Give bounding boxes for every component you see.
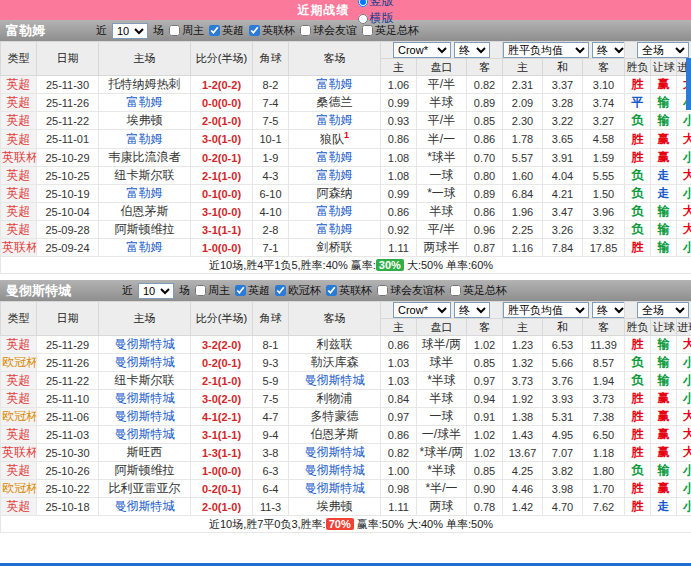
filter-checkbox-input[interactable]: [275, 285, 286, 296]
home-team[interactable]: 曼彻斯特城: [99, 336, 191, 354]
match-score[interactable]: 0-2(0-1): [191, 480, 253, 498]
away-team[interactable]: 曼彻斯特城: [289, 444, 381, 462]
home-team[interactable]: 曼彻斯特城: [99, 390, 191, 408]
filter-checkbox-input[interactable]: [235, 285, 246, 296]
match-score[interactable]: 3-1(1-1): [191, 426, 253, 444]
away-team[interactable]: 多特蒙德: [289, 408, 381, 426]
scrollbar-thumb[interactable]: [686, 58, 691, 110]
filter-checkbox-input[interactable]: [249, 25, 260, 36]
match-score[interactable]: 4-1(2-1): [191, 408, 253, 426]
home-team[interactable]: 阿斯顿维拉: [99, 221, 191, 239]
avg-stage-select[interactable]: 终: [592, 302, 624, 318]
filter-checkbox-英联杯[interactable]: 英联杯: [326, 283, 372, 298]
match-score[interactable]: 3-0(1-0): [191, 130, 253, 149]
away-team[interactable]: 剑桥联: [289, 239, 381, 257]
home-team[interactable]: 托特纳姆热刺: [99, 76, 191, 94]
odds-stage-select[interactable]: 终: [454, 302, 490, 318]
away-team[interactable]: 伯恩茅斯: [289, 426, 381, 444]
match-score[interactable]: 3-2(2-0): [191, 336, 253, 354]
home-team[interactable]: 纽卡斯尔联: [99, 372, 191, 390]
home-team[interactable]: 韦康比流浪者: [99, 149, 191, 167]
match-score[interactable]: 0-0(0-0): [191, 94, 253, 112]
away-team[interactable]: 富勒姆: [289, 112, 381, 130]
match-score[interactable]: 2-1(1-0): [191, 372, 253, 390]
match-score[interactable]: 1-0(0-0): [191, 239, 253, 257]
layout-radio-input[interactable]: [358, 14, 368, 24]
bookmaker-select[interactable]: Crow*: [393, 42, 451, 58]
home-team[interactable]: 富勒姆: [99, 239, 191, 257]
home-team[interactable]: 曼彻斯特城: [99, 498, 191, 516]
away-team[interactable]: 利物浦: [289, 390, 381, 408]
home-team[interactable]: 纽卡斯尔联: [99, 167, 191, 185]
avg-odds-select[interactable]: 胜平负均值: [503, 42, 589, 58]
avg-odds-select[interactable]: 胜平负均值: [503, 302, 589, 318]
away-team[interactable]: 勒沃库森: [289, 354, 381, 372]
filter-checkbox-周主[interactable]: 周主: [195, 283, 230, 298]
match-score[interactable]: 0-2(0-1): [191, 149, 253, 167]
scope-select[interactable]: 全场: [637, 42, 689, 58]
away-team[interactable]: 阿森纳: [289, 185, 381, 203]
match-score[interactable]: 0-1(0-0): [191, 185, 253, 203]
filter-checkbox-球会友谊杯[interactable]: 球会友谊杯: [377, 283, 445, 298]
filter-checkbox-input[interactable]: [300, 25, 311, 36]
away-team[interactable]: 曼彻斯特城: [289, 462, 381, 480]
match-score[interactable]: 0-2(0-1): [191, 354, 253, 372]
filter-checkbox-欧冠杯[interactable]: 欧冠杯: [275, 283, 321, 298]
away-team[interactable]: 富勒姆: [289, 149, 381, 167]
away-team[interactable]: 狼队1: [289, 130, 381, 149]
filter-checkbox-input[interactable]: [362, 25, 373, 36]
filter-checkbox-input[interactable]: [195, 285, 206, 296]
away-team[interactable]: 富勒姆: [289, 76, 381, 94]
odds-home: 0.92: [381, 221, 417, 239]
match-score[interactable]: 3-1(1-1): [191, 221, 253, 239]
away-team[interactable]: 富勒姆: [289, 167, 381, 185]
match-score[interactable]: 2-1(1-0): [191, 167, 253, 185]
filter-checkbox-英足总杯[interactable]: 英足总杯: [362, 23, 419, 38]
match-score[interactable]: 1-0(0-0): [191, 462, 253, 480]
match-count-select[interactable]: 10: [138, 283, 174, 299]
match-score[interactable]: 2-0(1-0): [191, 498, 253, 516]
match-score[interactable]: 2-0(1-0): [191, 112, 253, 130]
away-team[interactable]: 富勒姆: [289, 221, 381, 239]
filter-checkbox-英足总杯[interactable]: 英足总杯: [450, 283, 507, 298]
home-team[interactable]: 斯旺西: [99, 444, 191, 462]
away-team[interactable]: 利兹联: [289, 336, 381, 354]
match-score[interactable]: 1-3(1-1): [191, 444, 253, 462]
match-score[interactable]: 1-2(0-2): [191, 76, 253, 94]
odds-stage-select[interactable]: 终: [454, 42, 490, 58]
match-score[interactable]: 3-1(0-0): [191, 203, 253, 221]
home-team[interactable]: 伯恩茅斯: [99, 203, 191, 221]
filter-checkbox-input[interactable]: [377, 285, 388, 296]
scope-select[interactable]: 全场: [637, 302, 689, 318]
filter-checkbox-英超[interactable]: 英超: [235, 283, 270, 298]
vertical-layout-radio[interactable]: 竖版: [358, 0, 394, 10]
home-team[interactable]: 富勒姆: [99, 94, 191, 112]
filter-checkbox-英超[interactable]: 英超: [209, 23, 244, 38]
home-team[interactable]: 阿斯顿维拉: [99, 462, 191, 480]
home-team[interactable]: 富勒姆: [99, 185, 191, 203]
away-team[interactable]: 曼彻斯特城: [289, 372, 381, 390]
home-team[interactable]: 曼彻斯特城: [99, 408, 191, 426]
home-team[interactable]: 曼彻斯特城: [99, 354, 191, 372]
away-team[interactable]: 桑德兰: [289, 94, 381, 112]
bookmaker-select[interactable]: Crow*: [393, 302, 451, 318]
filter-checkbox-input[interactable]: [209, 25, 220, 36]
home-team[interactable]: 埃弗顿: [99, 112, 191, 130]
avg-stage-select[interactable]: 终: [592, 42, 624, 58]
layout-radio-input[interactable]: [358, 0, 368, 7]
goals-badge: 大: [677, 408, 691, 426]
away-team[interactable]: 曼彻斯特城: [289, 480, 381, 498]
filter-checkbox-input[interactable]: [450, 285, 461, 296]
filter-checkbox-球会友谊[interactable]: 球会友谊: [300, 23, 357, 38]
home-team[interactable]: 富勒姆: [99, 130, 191, 149]
home-team[interactable]: 曼彻斯特城: [99, 426, 191, 444]
filter-checkbox-input[interactable]: [169, 25, 180, 36]
match-score[interactable]: 3-0(2-0): [191, 390, 253, 408]
away-team[interactable]: 埃弗顿: [289, 498, 381, 516]
away-team[interactable]: 富勒姆: [289, 203, 381, 221]
match-count-select[interactable]: 10: [112, 23, 148, 39]
filter-checkbox-input[interactable]: [326, 285, 337, 296]
filter-checkbox-英联杯[interactable]: 英联杯: [249, 23, 295, 38]
home-team[interactable]: 比利亚雷亚尔: [99, 480, 191, 498]
filter-checkbox-周主[interactable]: 周主: [169, 23, 204, 38]
